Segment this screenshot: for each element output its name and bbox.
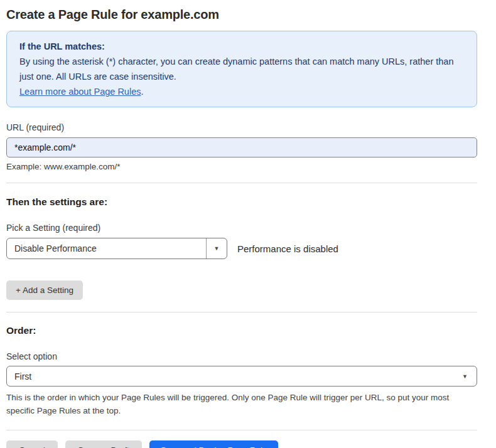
- order-select-value: First: [14, 371, 31, 381]
- order-select-label: Select option: [6, 351, 477, 361]
- url-field-label: URL (required): [6, 122, 477, 132]
- cancel-button[interactable]: Cancel: [6, 440, 58, 448]
- footer-actions: Cancel Save as Draft Save and Deploy Pag…: [6, 440, 477, 448]
- order-select[interactable]: First ▼: [6, 366, 477, 387]
- order-helper-text: This is the order in which your Page Rul…: [6, 391, 473, 417]
- create-page-rule-page: Create a Page Rule for example.com If th…: [0, 0, 496, 448]
- link-suffix-period: .: [141, 87, 143, 97]
- chevron-down-icon: ▼: [462, 373, 468, 379]
- settings-section-heading: Then the settings are:: [6, 196, 477, 208]
- info-box-heading: If the URL matches:: [19, 39, 464, 54]
- setting-select-value: Disable Performance: [7, 238, 206, 259]
- info-box-link-line: Learn more about Page Rules.: [19, 84, 464, 99]
- add-setting-button[interactable]: + Add a Setting: [6, 280, 83, 300]
- url-input[interactable]: [6, 137, 477, 157]
- chevron-down-icon: ▼: [214, 246, 220, 252]
- url-example-helper: Example: www.example.com/*: [6, 162, 477, 171]
- divider: [6, 183, 477, 183]
- save-and-deploy-button[interactable]: Save and Deploy Page Rule: [149, 440, 279, 448]
- setting-status-text: Performance is disabled: [237, 243, 338, 254]
- page-title: Create a Page Rule for example.com: [6, 8, 477, 22]
- divider: [6, 430, 477, 430]
- setting-row: Disable Performance ▼ Performance is dis…: [6, 238, 477, 259]
- setting-select-arrow-button[interactable]: ▼: [206, 238, 227, 259]
- setting-select[interactable]: Disable Performance ▼: [6, 238, 227, 259]
- pick-setting-label: Pick a Setting (required): [6, 223, 477, 233]
- info-box-body: By using the asterisk (*) character, you…: [19, 54, 464, 84]
- learn-more-link[interactable]: Learn more about Page Rules: [19, 87, 141, 97]
- divider: [6, 312, 477, 312]
- order-section-heading: Order:: [6, 325, 477, 336]
- page-content: Create a Page Rule for example.com If th…: [6, 8, 477, 448]
- url-match-info-box: If the URL matches: By using the asteris…: [6, 31, 477, 107]
- save-as-draft-button[interactable]: Save as Draft: [65, 440, 142, 448]
